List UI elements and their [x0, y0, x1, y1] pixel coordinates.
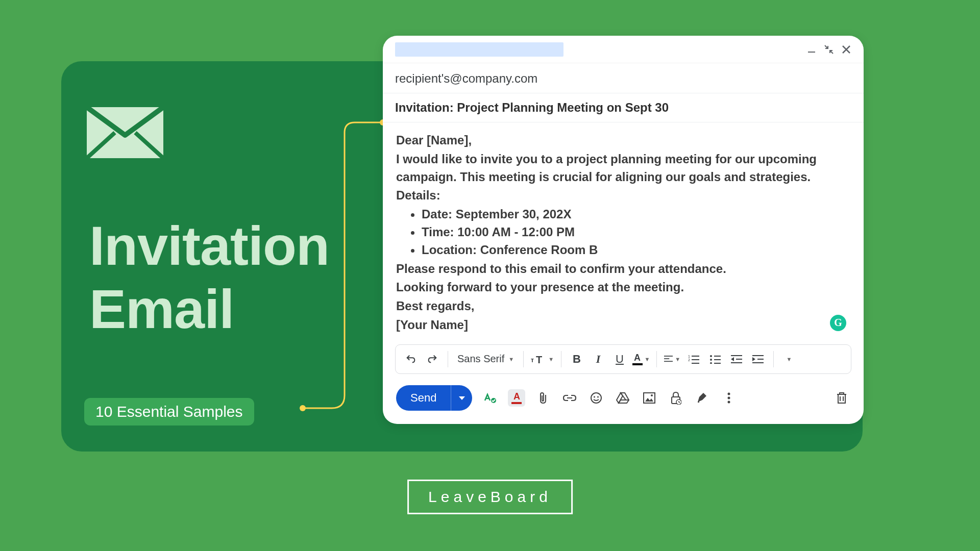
insert-emoji-icon[interactable]: [587, 389, 605, 407]
body-intro: I would like to invite you to a project …: [396, 151, 850, 186]
numbered-list-button[interactable]: 12: [685, 351, 702, 367]
toolbar-divider: [448, 351, 448, 367]
svg-text:T: T: [536, 354, 542, 364]
bold-button[interactable]: B: [569, 351, 585, 367]
title-line-2: Email: [89, 278, 329, 341]
email-body[interactable]: Dear [Name], I would like to invite you …: [383, 122, 864, 340]
toolbar-divider: [773, 351, 774, 367]
svg-point-34: [597, 396, 599, 397]
compose-header: [383, 36, 864, 63]
send-button-label: Send: [396, 385, 451, 411]
more-options-icon[interactable]: [720, 389, 738, 407]
page-title: Invitation Email: [89, 214, 329, 341]
header-highlight: [395, 42, 564, 57]
exit-fullscreen-button[interactable]: [824, 44, 834, 55]
body-closing-1: Looking forward to your presence at the …: [396, 279, 850, 296]
body-greeting: Dear [Name],: [396, 132, 850, 149]
toolbar-divider: [656, 351, 657, 367]
text-color-button[interactable]: A ▼: [633, 351, 649, 367]
attach-file-icon[interactable]: [534, 389, 552, 407]
title-line-1: Invitation: [89, 214, 329, 278]
svg-text:2: 2: [688, 358, 690, 362]
italic-button[interactable]: I: [590, 351, 606, 367]
body-closing-2: Best regards,: [396, 297, 850, 315]
body-details-label: Details:: [396, 187, 850, 205]
detail-date: Date: September 30, 202X: [422, 206, 850, 223]
undo-button[interactable]: [403, 351, 419, 367]
body-signature: [Your Name]: [396, 316, 850, 334]
send-button[interactable]: Send: [396, 385, 472, 411]
spelling-check-icon[interactable]: [481, 389, 499, 407]
svg-point-43: [728, 392, 730, 395]
font-size-select[interactable]: тT ▼: [531, 354, 554, 364]
svg-point-16: [710, 355, 712, 357]
toolbar-divider: [523, 351, 524, 367]
insert-photo-icon[interactable]: [641, 389, 658, 407]
subject-field[interactable]: Invitation: Project Planning Meeting on …: [383, 93, 864, 122]
toolbar-divider: [561, 351, 561, 367]
svg-point-17: [710, 359, 712, 361]
svg-marker-25: [731, 357, 734, 361]
confidential-mode-icon[interactable]: [667, 389, 684, 407]
chevron-down-icon: ▼: [508, 356, 514, 362]
window-controls: [806, 44, 851, 55]
insert-signature-icon[interactable]: [694, 389, 711, 407]
envelope-icon: [87, 107, 163, 158]
chevron-down-icon: ▼: [645, 356, 650, 362]
svg-rect-5: [808, 52, 815, 53]
svg-point-18: [710, 362, 712, 364]
svg-marker-30: [459, 396, 465, 400]
brand-badge: LeaveBoard: [407, 480, 573, 514]
svg-text:1: 1: [688, 355, 690, 358]
font-family-label: Sans Serif: [457, 353, 504, 365]
indent-increase-button[interactable]: [750, 351, 766, 367]
svg-marker-29: [752, 357, 755, 361]
body-confirm: Please respond to this email to confirm …: [396, 260, 850, 278]
detail-location: Location: Conference Room B: [422, 241, 850, 259]
compose-window: recipient's@company.com Invitation: Proj…: [383, 36, 864, 424]
align-button[interactable]: ▼: [664, 351, 680, 367]
redo-button[interactable]: [424, 351, 440, 367]
chevron-down-icon: ▼: [548, 356, 554, 362]
svg-marker-39: [645, 398, 653, 402]
svg-marker-37: [619, 400, 629, 403]
close-button[interactable]: [841, 44, 851, 55]
samples-badge: 10 Essential Samples: [84, 398, 254, 425]
insert-drive-icon[interactable]: [614, 389, 631, 407]
svg-point-44: [728, 396, 730, 399]
underline-button[interactable]: U: [611, 351, 628, 367]
more-formatting-button[interactable]: ▼: [781, 351, 797, 367]
format-toolbar: Sans Serif ▼ тT ▼ B I U A ▼ ▼ 12: [395, 344, 851, 374]
insert-link-icon[interactable]: [561, 389, 578, 407]
chevron-down-icon: ▼: [675, 356, 680, 362]
detail-time: Time: 10:00 AM - 12:00 PM: [422, 223, 850, 241]
body-details-list: Date: September 30, 202X Time: 10:00 AM …: [422, 206, 850, 259]
send-options-button[interactable]: [451, 385, 472, 411]
indent-decrease-button[interactable]: [728, 351, 745, 367]
bulleted-list-button[interactable]: [707, 351, 723, 367]
svg-text:т: т: [531, 357, 534, 364]
svg-point-45: [728, 400, 730, 403]
font-family-select[interactable]: Sans Serif ▼: [455, 353, 516, 365]
discard-draft-icon[interactable]: [833, 389, 850, 407]
svg-point-40: [651, 394, 653, 396]
minimize-button[interactable]: [806, 44, 817, 55]
grammarly-icon[interactable]: G: [830, 315, 846, 331]
svg-point-32: [591, 393, 601, 403]
compose-actions: Send A: [383, 374, 864, 424]
recipient-field[interactable]: recipient's@company.com: [383, 63, 864, 93]
svg-point-33: [594, 396, 595, 397]
text-style-icon[interactable]: A: [508, 389, 525, 407]
